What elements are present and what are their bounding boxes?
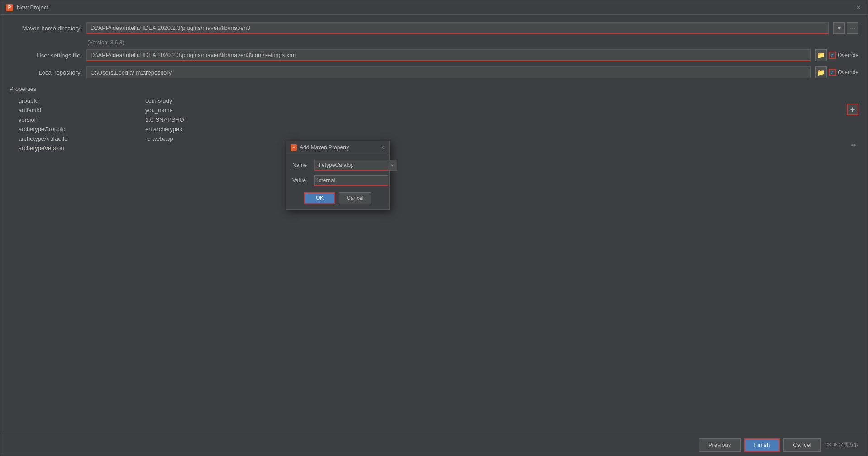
table-row: version 1.0-SNAPSHOT (10, 115, 858, 124)
dialog-value-label: Value (292, 177, 310, 184)
dialog-buttons: OK Cancel (292, 192, 383, 204)
dialog-cancel-button[interactable]: Cancel (339, 192, 371, 204)
table-row: archetypeVersion (10, 143, 858, 153)
csdn-watermark: CSDN@两万多 (825, 442, 858, 448)
prop-value: you_name (145, 107, 858, 114)
properties-header: Properties (10, 86, 858, 92)
finish-button[interactable]: Finish (744, 438, 780, 452)
dialog-name-row: Name ▾ (292, 160, 383, 171)
dialog-title-left: P Add Maven Property (291, 144, 349, 151)
dialog-app-icon: P (291, 144, 297, 151)
dialog-name-input-wrap: ▾ (314, 160, 397, 171)
maven-home-more-button[interactable]: ··· (847, 22, 858, 34)
local-repo-override-checkbox[interactable]: ✓ (829, 69, 836, 76)
prop-key: archetypeVersion (10, 145, 145, 152)
prop-key: artifactId (10, 107, 145, 114)
dialog-name-dropdown-button[interactable]: ▾ (388, 160, 397, 171)
maven-home-row: Maven home directory: ▾ ··· (10, 22, 858, 34)
dialog-title-bar: P Add Maven Property × (286, 141, 389, 154)
local-repo-actions: 📁 ✓ Override (815, 66, 858, 78)
prop-value: en.archetypes (145, 126, 858, 133)
user-settings-input[interactable] (86, 49, 811, 61)
maven-home-label: Maven home directory: (10, 25, 82, 32)
user-settings-override-label: Override (838, 52, 858, 58)
table-row: archetypeGroupId en.archetypes (10, 124, 858, 134)
main-window: P New Project × Maven home directory: ▾ … (0, 0, 868, 456)
cancel-button[interactable]: Cancel (783, 438, 820, 452)
user-settings-label: User settings file: (10, 52, 82, 59)
title-bar: P New Project × (0, 0, 868, 15)
table-row: archetypeArtifactId -e-webapp (10, 134, 858, 143)
local-repo-browse-button[interactable]: 📁 (815, 66, 827, 78)
maven-home-actions: ▾ ··· (833, 22, 858, 34)
properties-table: groupId com.study artifactId you_name ve… (10, 96, 858, 153)
dialog-value-input[interactable] (314, 175, 388, 186)
local-repo-override-label: Override (838, 69, 858, 76)
local-repo-override: ✓ Override (829, 66, 858, 78)
prop-key: version (10, 116, 145, 123)
table-row: artifactId you_name (10, 105, 858, 115)
prop-key: groupId (10, 97, 145, 104)
prop-key: archetypeGroupId (10, 126, 145, 133)
dialog-value-row: Value (292, 175, 383, 186)
dialog-name-input[interactable] (314, 160, 388, 171)
dialog-ok-button[interactable]: OK (304, 192, 335, 204)
user-settings-browse-button[interactable]: 📁 (815, 49, 827, 61)
table-row: groupId com.study (10, 96, 858, 105)
title-bar-left: P New Project (6, 4, 48, 11)
properties-section: Properties groupId com.study artifactId … (10, 86, 858, 153)
edit-property-button[interactable]: ✏ (849, 141, 858, 150)
previous-button[interactable]: Previous (699, 438, 741, 452)
local-repo-row: Local repository: 📁 ✓ Override (10, 66, 858, 78)
maven-home-input[interactable] (86, 22, 829, 34)
dialog-close-button[interactable]: × (381, 144, 385, 151)
prop-value: -e-webapp (145, 135, 858, 142)
content-area: Maven home directory: ▾ ··· (Version: 3.… (0, 15, 868, 160)
user-settings-actions: 📁 ✓ Override (815, 49, 858, 61)
local-repo-label: Local repository: (10, 69, 82, 76)
prop-value: com.study (145, 97, 858, 104)
add-property-button[interactable]: + (847, 104, 858, 115)
add-property-container: + (847, 104, 858, 115)
window-title: New Project (17, 4, 48, 11)
edit-property-container: ✏ (849, 141, 858, 150)
user-settings-row: User settings file: 📁 ✓ Override (10, 49, 858, 61)
prop-value: 1.0-SNAPSHOT (145, 116, 858, 123)
user-settings-override-checkbox[interactable]: ✓ (829, 52, 836, 59)
add-maven-property-dialog: P Add Maven Property × Name ▾ Value (286, 141, 390, 210)
dialog-name-label: Name (292, 162, 310, 168)
dialog-body: Name ▾ Value OK Cancel (286, 154, 389, 209)
window-close-button[interactable]: × (855, 4, 862, 11)
local-repo-input[interactable] (86, 66, 811, 78)
maven-home-dropdown-button[interactable]: ▾ (833, 22, 845, 34)
prop-key: archetypeArtifactId (10, 135, 145, 142)
bottom-bar: Previous Finish Cancel CSDN@两万多 (0, 434, 868, 456)
app-icon: P (6, 4, 13, 11)
dialog-title: Add Maven Property (300, 144, 349, 151)
user-settings-override: ✓ Override (829, 49, 858, 61)
version-text: (Version: 3.6.3) (87, 39, 858, 46)
